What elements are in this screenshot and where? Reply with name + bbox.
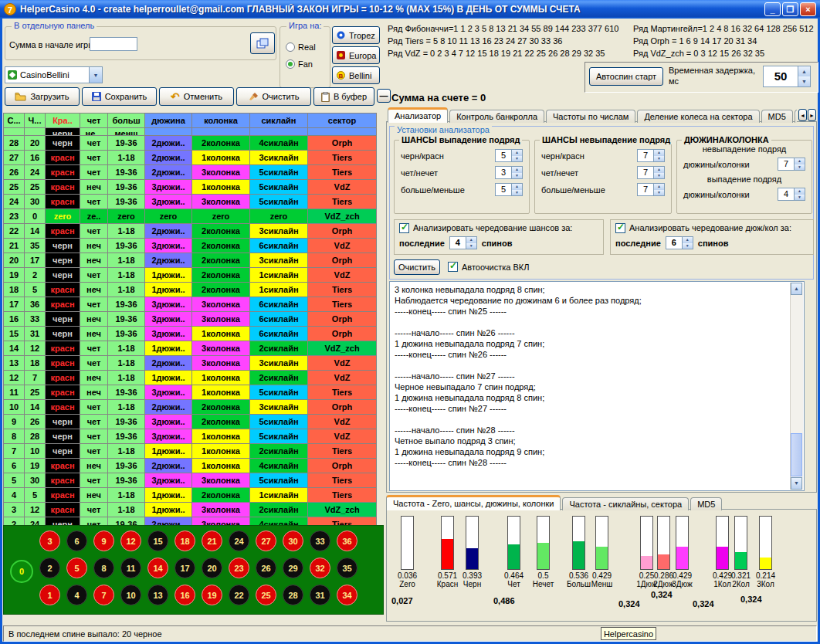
board-number-8[interactable]: 8: [93, 558, 114, 578]
dozen-miss-spinner[interactable]: 7 ▲▼: [778, 158, 805, 171]
spin-up-icon[interactable]: ▲: [512, 150, 522, 156]
group2-spinner-3[interactable]: 7▲▼: [637, 183, 665, 196]
board-number-12[interactable]: 12: [120, 530, 141, 551]
tab-2[interactable]: Контроль банкролла: [449, 110, 544, 123]
radio-real[interactable]: Real: [286, 42, 316, 52]
group1-spinner-2-value[interactable]: 3: [496, 167, 511, 178]
tab-scroll-right[interactable]: ►: [808, 109, 816, 121]
copy-buffer-button[interactable]: В буфер: [313, 87, 374, 106]
alternation-dozens-checkbox[interactable]: [615, 223, 625, 233]
spin-up-icon[interactable]: ▲: [683, 237, 693, 243]
spin-up-icon[interactable]: ▲: [654, 150, 664, 156]
group2-spinner-3-value[interactable]: 7: [638, 184, 653, 195]
spin-down-icon[interactable]: ▼: [795, 195, 805, 201]
board-number-22[interactable]: 22: [229, 585, 249, 605]
board-number-17[interactable]: 17: [175, 558, 195, 578]
delay-spinner-value[interactable]: 50: [764, 66, 798, 86]
board-number-7[interactable]: 7: [93, 585, 114, 605]
group1-spinner-3[interactable]: 5▲▼: [495, 183, 523, 196]
spin-down-icon[interactable]: ▼: [654, 190, 664, 196]
last-spins-spinner-2[interactable]: 6 ▲▼: [666, 236, 693, 249]
detach-panel-button[interactable]: [250, 32, 275, 54]
board-number-13[interactable]: 13: [147, 585, 168, 605]
analysis-log[interactable]: 3 колонка невыпадала подряд 8 спин;Наблю…: [389, 281, 805, 491]
log-scrollbar[interactable]: ▲ ▼: [790, 283, 803, 490]
spin-up-icon[interactable]: ▲: [654, 167, 664, 173]
group1-spinner-2[interactable]: 3▲▼: [495, 166, 523, 179]
board-number-35[interactable]: 35: [337, 558, 357, 578]
autospin-start-button[interactable]: Автоспин старт: [589, 67, 663, 86]
board-number-16[interactable]: 16: [175, 585, 195, 605]
board-number-34[interactable]: 34: [337, 585, 357, 605]
spin-up-icon[interactable]: ▲: [512, 167, 522, 173]
board-number-23[interactable]: 23: [229, 558, 249, 578]
board-number-3[interactable]: 3: [39, 530, 60, 551]
last-spins-spinner[interactable]: 4 ▲▼: [449, 236, 477, 249]
chart-tab-1[interactable]: Частота - Zero, шансы, дюжины, колонки: [386, 495, 561, 510]
board-number-19[interactable]: 19: [202, 585, 222, 605]
tab-1[interactable]: Анализатор: [388, 107, 448, 123]
spin-down-icon[interactable]: ▼: [683, 243, 693, 249]
spin-down-icon[interactable]: ▼: [512, 190, 522, 196]
load-button[interactable]: Загрузить: [5, 87, 80, 106]
board-number-33[interactable]: 33: [310, 530, 330, 551]
board-number-20[interactable]: 20: [202, 558, 222, 578]
tab-scroll-left[interactable]: ◄: [798, 109, 807, 121]
start-sum-input[interactable]: [90, 37, 137, 51]
spin-up-icon[interactable]: ▲: [654, 184, 664, 190]
board-number-6[interactable]: 6: [66, 530, 87, 551]
close-button[interactable]: ×: [800, 2, 816, 16]
undo-button[interactable]: ↶ Отменить: [159, 87, 234, 106]
spin-down-icon[interactable]: ▼: [512, 173, 522, 179]
group2-spinner-1[interactable]: 7▲▼: [637, 149, 665, 162]
chart-tab-3[interactable]: MD5: [690, 497, 722, 510]
bellini-button[interactable]: B Bellini: [332, 66, 380, 84]
spin-up-icon[interactable]: ▲: [795, 158, 805, 164]
clear-log-button[interactable]: Очистить: [394, 259, 440, 275]
board-number-26[interactable]: 26: [256, 558, 276, 578]
board-number-10[interactable]: 10: [120, 585, 141, 605]
board-number-11[interactable]: 11: [120, 558, 141, 578]
group1-spinner-3-value[interactable]: 5: [496, 184, 511, 195]
chart-tab-2[interactable]: Частота - сиклайны, сектора: [562, 497, 689, 510]
casino-select[interactable]: CasinoBellini ▼: [5, 66, 103, 83]
board-number-21[interactable]: 21: [202, 530, 222, 551]
dozen-hit-spinner[interactable]: 4 ▲▼: [778, 188, 805, 201]
spin-up-icon[interactable]: ▲: [466, 237, 476, 243]
spin-down-icon[interactable]: ▼: [654, 156, 664, 162]
save-button[interactable]: Сохранить: [82, 87, 157, 106]
spin-up-icon[interactable]: ▲: [795, 188, 805, 195]
board-number-28[interactable]: 28: [283, 585, 303, 605]
spin-down-icon[interactable]: ▼: [466, 243, 476, 249]
group2-spinner-1-value[interactable]: 7: [638, 150, 653, 161]
board-number-18[interactable]: 18: [175, 530, 195, 551]
board-number-24[interactable]: 24: [229, 530, 249, 551]
group1-spinner-1-value[interactable]: 5: [496, 150, 511, 161]
tab-6[interactable]: Ко: [795, 110, 797, 123]
spin-down-icon[interactable]: ▼: [654, 173, 664, 179]
radio-fan[interactable]: Fan: [286, 59, 313, 69]
board-number-31[interactable]: 31: [310, 585, 330, 605]
autoclear-checkbox[interactable]: [448, 262, 458, 272]
scrollbar-thumb[interactable]: [791, 433, 802, 476]
alternation-chances-checkbox[interactable]: [399, 223, 409, 233]
europa-button[interactable]: Europa: [332, 46, 380, 64]
board-number-2[interactable]: 2: [39, 558, 60, 578]
board-number-32[interactable]: 32: [310, 558, 330, 578]
maximize-button[interactable]: ❐: [782, 2, 798, 16]
group1-spinner-1[interactable]: 5▲▼: [495, 149, 523, 162]
group2-spinner-2-value[interactable]: 7: [638, 167, 653, 178]
board-number-29[interactable]: 29: [283, 558, 303, 578]
tab-4[interactable]: Деление колеса на сектора: [637, 110, 759, 123]
tab-3[interactable]: Частоты по числам: [546, 110, 635, 123]
spin-up-icon[interactable]: ▲: [512, 184, 522, 190]
spin-down-icon[interactable]: ▼: [795, 164, 805, 171]
group2-spinner-2[interactable]: 7▲▼: [637, 166, 665, 179]
board-number-25[interactable]: 25: [256, 585, 276, 605]
spin-down-icon[interactable]: ▼: [512, 156, 522, 162]
delay-spinner[interactable]: 50 ▲▼: [763, 66, 811, 87]
board-number-5[interactable]: 5: [66, 558, 87, 578]
board-number-27[interactable]: 27: [256, 530, 276, 551]
scroll-down-icon[interactable]: ▼: [791, 477, 802, 490]
tab-5[interactable]: MD5: [761, 110, 793, 123]
